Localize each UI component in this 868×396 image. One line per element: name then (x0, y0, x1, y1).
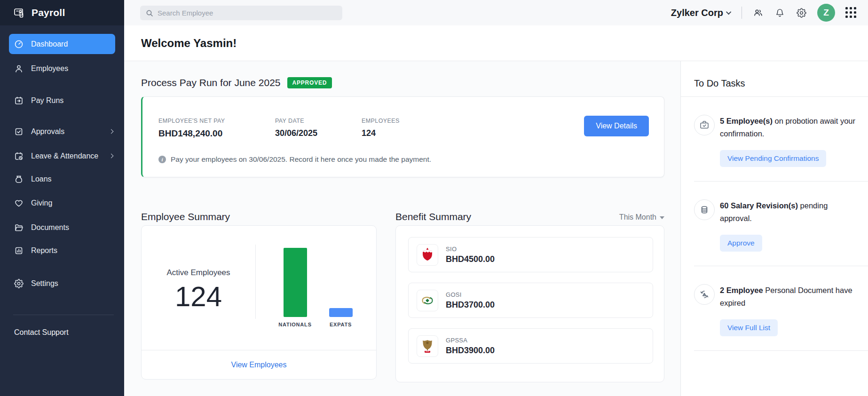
org-name: Zylker Corp (671, 8, 723, 18)
stat-label: EMPLOYEES (362, 118, 400, 124)
settings-gear-icon-top[interactable] (796, 7, 807, 18)
sio-emblem-icon (417, 244, 438, 266)
sidebar-item-label: Loans (31, 175, 52, 183)
sidebar-item-label: Settings (31, 279, 58, 288)
benefit-amount: BHD3900.00 (446, 346, 495, 356)
sidebar-item-settings[interactable]: Settings (0, 273, 124, 293)
briefcase-check-icon (694, 115, 715, 135)
bar-label-nationals: NATIONALS (277, 322, 314, 327)
task-text: 5 Employee(s) on probotion await your co… (720, 115, 857, 140)
info-icon: i (158, 156, 166, 163)
sidebar-item-giving[interactable]: Giving (0, 193, 124, 213)
giving-heart-icon (14, 198, 24, 208)
employee-bar-chart: NATIONALS EXPATS (268, 226, 367, 339)
employee-search[interactable] (140, 6, 342, 20)
task-count: 2 Employee (720, 286, 763, 294)
task-text: 2 Employee Personal Document have expire… (720, 284, 857, 309)
stat-label: PAY DATE (275, 118, 362, 124)
org-switcher[interactable]: Zylker Corp (671, 8, 731, 18)
notifications-bell-icon[interactable] (774, 7, 785, 18)
chevron-down-icon (726, 9, 731, 15)
benefit-summary-title: Benefit Summary (395, 211, 471, 222)
view-employees-link[interactable]: View Employees (231, 361, 287, 369)
page-title: Welcome Yasmin! (141, 37, 237, 50)
benefit-name: GOSI (446, 291, 495, 298)
pay-date-value: 30/06/2025 (275, 128, 362, 138)
sidebar-nav: Dashboard Employees Pay Runs Approvals (0, 25, 124, 337)
benefit-amount: BHD4500.00 (446, 254, 495, 264)
task-pending-confirmations: 5 Employee(s) on probotion await your co… (681, 97, 868, 167)
chart-divider (255, 245, 256, 319)
topbar-separator (742, 7, 742, 19)
view-pending-confirmations-button[interactable]: View Pending Confirmations (720, 150, 826, 167)
task-salary-revisions: 60 Salary Revision(s) pending approval. … (681, 182, 868, 252)
app-logo: Payroll (0, 0, 124, 25)
coins-icon (694, 199, 715, 220)
task-text: 60 Salary Revision(s) pending approval. (720, 199, 857, 225)
dashboard-icon (14, 40, 24, 49)
approve-button[interactable]: Approve (720, 235, 762, 252)
leave-attendance-icon (14, 151, 24, 161)
view-full-list-button[interactable]: View Full List (720, 319, 778, 336)
sidebar-item-label: Documents (31, 223, 69, 232)
sidebar-item-label: Approvals (31, 127, 64, 136)
payrun-note: Pay your employees on 30/06/2025. Record… (171, 155, 431, 164)
settings-gear-icon (14, 279, 24, 288)
topbar: Zylker Corp Z (124, 0, 868, 25)
search-input[interactable] (158, 9, 327, 17)
active-employees-count: 124 (175, 280, 222, 313)
benefit-row-gosi[interactable]: GOSI BHD3700.00 (408, 283, 653, 318)
payrun-title: Process Pay Run for June 2025 (141, 77, 281, 88)
bar-expats (329, 308, 353, 317)
benefit-period-dropdown[interactable]: This Month (614, 213, 664, 222)
task-count: 5 Employee(s) (720, 117, 773, 125)
payrun-card: EMPLOYEE'S NET PAY BHD148,240.00 PAY DAT… (141, 96, 664, 177)
employee-summary-card: Active Employees 124 NATIONALS EXPATS Vi… (141, 225, 377, 380)
benefit-amount: BHD3700.00 (446, 300, 495, 310)
benefit-row-sio[interactable]: SIO BHD4500.00 (408, 237, 653, 272)
user-avatar[interactable]: Z (817, 4, 835, 22)
gpssa-emblem-icon (417, 335, 438, 357)
users-icon[interactable] (752, 7, 764, 18)
todo-title: To Do Tasks (694, 78, 868, 89)
employees-count-value: 124 (362, 128, 400, 138)
welcome-strip: Welcome Yasmin! (124, 25, 868, 61)
chevron-right-icon (109, 154, 114, 158)
benefit-period-value: This Month (619, 213, 656, 221)
sidebar-item-employees[interactable]: Employees (0, 58, 124, 79)
sidebar-item-pay-runs[interactable]: Pay Runs (0, 90, 124, 111)
sidebar-item-label: Reports (31, 246, 57, 255)
contact-support-link[interactable]: Contact Support (0, 328, 124, 337)
benefit-name: GPSSA (446, 337, 495, 344)
bar-label-expats: EXPATS (323, 322, 359, 327)
benefit-name: SIO (446, 246, 495, 253)
divider (694, 350, 868, 351)
employees-icon (14, 64, 24, 73)
app-title: Payroll (32, 7, 65, 18)
sidebar: Payroll Dashboard Employees Pay Runs App… (0, 0, 124, 396)
active-employees-label: Active Employees (166, 268, 230, 277)
sidebar-item-dashboard[interactable]: Dashboard (9, 34, 115, 54)
documents-folder-icon (14, 223, 24, 232)
reports-icon (14, 246, 24, 255)
app-grid-icon[interactable] (845, 7, 857, 18)
sidebar-item-leave-attendance[interactable]: Leave & Attendance (0, 146, 124, 166)
sidebar-item-reports[interactable]: Reports (0, 240, 124, 261)
sidebar-divider (13, 315, 114, 315)
benefit-row-gpssa[interactable]: GPSSA BHD3900.00 (408, 328, 653, 364)
sidebar-item-label: Leave & Attendance (31, 152, 98, 160)
net-pay-value: BHD148,240.00 (158, 128, 275, 139)
sidebar-item-approvals[interactable]: Approvals (0, 121, 124, 142)
sidebar-item-documents[interactable]: Documents (0, 217, 124, 238)
expired-document-icon (694, 284, 715, 305)
sidebar-item-loans[interactable]: Loans (0, 169, 124, 189)
employee-summary-title: Employee Summary (141, 211, 230, 222)
dropdown-arrow-icon (660, 216, 664, 219)
status-badge: APPROVED (287, 77, 332, 88)
bar-nationals (284, 248, 307, 317)
view-details-button[interactable]: View Details (584, 116, 649, 136)
main-content: Process Pay Run for June 2025 APPROVED E… (124, 61, 680, 396)
benefit-summary-card: SIO BHD4500.00 GOSI BHD3700.00 (395, 225, 664, 382)
gosi-logo-icon (417, 290, 438, 311)
search-icon (146, 9, 153, 17)
